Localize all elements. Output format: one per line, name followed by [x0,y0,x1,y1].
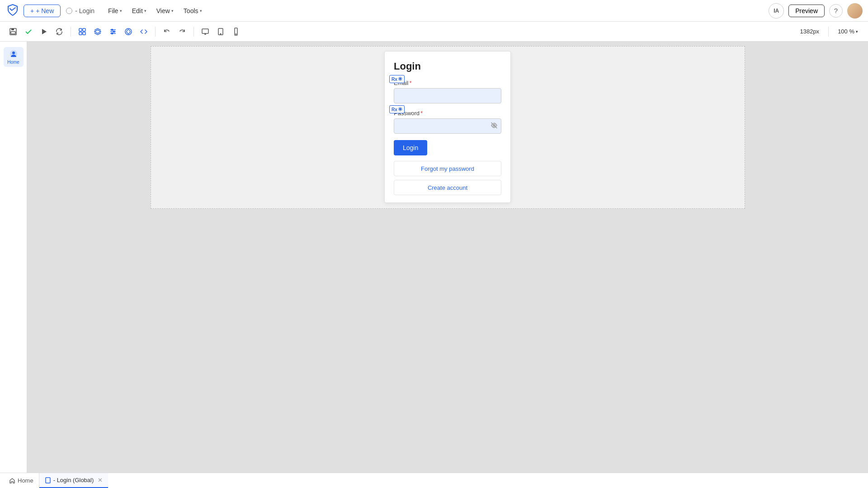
components-icon[interactable] [75,25,89,38]
header: + + New - Login File ▾ Edit ▾ View ▾ Too… [0,0,868,22]
refresh-icon[interactable] [52,25,66,38]
svg-rect-5 [79,32,82,35]
new-button-label: + New [36,7,54,14]
chevron-down-icon: ▾ [120,9,122,13]
rx-asterisk-pwd-icon: ✳ [398,106,402,113]
redo-icon[interactable] [175,25,189,38]
header-right: IA Preview ? [769,3,863,19]
email-form-group: Rx ✳ Email* [394,80,501,103]
tablet-view-icon[interactable] [214,25,227,38]
svg-rect-4 [83,28,85,31]
play-icon[interactable] [37,25,51,38]
separator-2 [155,27,156,37]
left-panel: Home [0,42,27,473]
logo-icon[interactable] [5,3,20,19]
save-icon[interactable] [6,25,20,38]
check-icon[interactable] [22,25,35,38]
svg-point-12 [112,33,113,34]
create-account-row: Create account [394,180,501,195]
password-label: Password* [394,110,501,117]
toolbar-right: 1382px 100 % ▾ [796,27,862,37]
email-input[interactable] [394,88,501,103]
separator [71,27,71,37]
menu-file[interactable]: File ▾ [104,5,127,17]
tab-home[interactable]: Home [4,473,39,488]
separator-3 [193,27,194,37]
separator-4 [828,27,829,37]
forgot-password-row: Forgot my password [394,161,501,176]
tab-home-label: Home [18,477,33,484]
rx-badge-password: Rx ✳ [389,105,405,113]
page-frame: Login Rx ✳ Email* [151,46,745,209]
avatar[interactable] [847,3,863,19]
new-button[interactable]: + + New [24,5,61,17]
chevron-down-icon: ▾ [856,29,858,34]
login-button[interactable]: Login [394,140,427,155]
page-icon [45,477,51,483]
layers-icon[interactable] [91,25,104,38]
password-form-group: Rx ✳ Password* [394,110,501,134]
svg-point-16 [220,33,221,34]
bottom-bar: Home - Login (Global) ✕ [0,473,868,488]
desktop-view-icon[interactable] [198,25,212,38]
viewport-size: 1382px [796,27,823,36]
plus-icon: + [30,7,34,14]
page-title: - Login [75,7,94,14]
home-icon [9,478,15,484]
panel-page-label: Home [7,60,19,65]
avatar-image [847,3,863,19]
code-icon[interactable] [137,25,151,38]
login-card: Login Rx ✳ Email* [384,51,511,203]
rx-badge-email: Rx ✳ [389,75,405,83]
canvas-area[interactable]: Login Rx ✳ Email* [27,42,868,473]
panel-page-icon[interactable]: Home [4,47,24,67]
menu-edit[interactable]: Edit ▾ [127,5,151,17]
mobile-view-icon[interactable] [229,25,243,38]
ia-button[interactable]: IA [769,3,784,19]
page-title-area: - Login [66,7,94,14]
svg-rect-2 [11,32,15,34]
eye-slash-icon[interactable] [491,122,498,131]
chevron-down-icon: ▾ [144,9,146,13]
rx-label-pwd: Rx [392,107,397,112]
svg-rect-6 [83,32,85,35]
chevron-down-icon: ▾ [171,9,174,13]
email-label: Email* [394,80,501,86]
logic-icon[interactable] [122,25,135,38]
preview-button[interactable]: Preview [788,5,825,17]
password-input-wrap [394,118,501,134]
menu-view[interactable]: View ▾ [152,5,178,17]
main-area: Home Login Rx ✳ Email* [0,42,868,473]
page-circle-icon [66,8,72,14]
required-star-pwd: * [420,110,423,117]
svg-rect-22 [46,478,50,483]
svg-rect-1 [11,28,14,30]
svg-rect-14 [202,29,208,33]
chevron-down-icon: ▾ [200,9,202,13]
rx-asterisk-icon: ✳ [398,76,402,82]
tab-close-icon[interactable]: ✕ [98,477,103,483]
password-input[interactable] [394,118,501,134]
undo-icon[interactable] [160,25,174,38]
forgot-password-link[interactable]: Forgot my password [421,165,474,172]
tab-login[interactable]: - Login (Global) ✕ [39,473,108,488]
svg-rect-3 [79,28,82,31]
create-account-link[interactable]: Create account [428,184,467,191]
zoom-control[interactable]: 100 % ▾ [834,27,862,36]
required-star: * [410,80,412,86]
toolbar: 1382px 100 % ▾ [0,22,868,42]
canvas-frame: Login Rx ✳ Email* [27,42,868,473]
svg-point-18 [236,33,236,34]
svg-point-10 [112,29,113,30]
svg-point-11 [113,31,115,32]
help-button[interactable]: ? [829,4,843,18]
rx-label: Rx [392,77,397,82]
menu-bar: File ▾ Edit ▾ View ▾ Tools ▾ [104,5,206,17]
svg-point-20 [12,52,15,54]
properties-icon[interactable] [106,25,120,38]
menu-tools[interactable]: Tools ▾ [179,5,207,17]
login-title: Login [394,61,501,72]
tab-login-label: - Login (Global) [53,477,94,483]
